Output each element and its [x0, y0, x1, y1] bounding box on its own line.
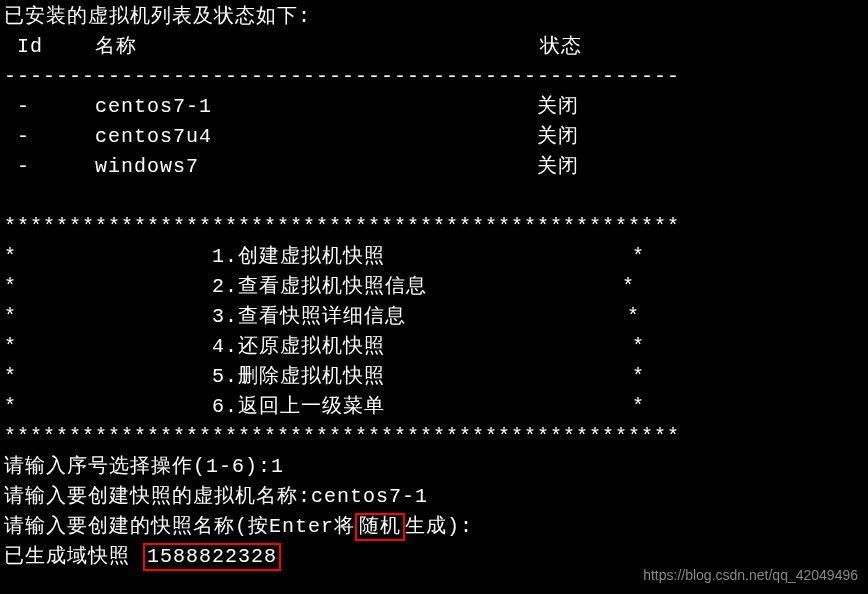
prompt-vm-name-value: centos7-1	[311, 485, 428, 508]
prompt-snap-pre: 请输入要创建的快照名称(按Enter将	[4, 515, 355, 538]
menu-item[interactable]: * 2.查看虚拟机快照信息 *	[4, 272, 864, 302]
result-pre: 已生成域快照	[4, 545, 143, 568]
table-row: - windows7 关闭	[4, 152, 864, 182]
prompt-select-label: 请输入序号选择操作(1-6):	[4, 455, 271, 478]
watermark: https://blog.csdn.net/qq_42049496	[643, 565, 858, 586]
table-row: - centos7-1 关闭	[4, 92, 864, 122]
prompt-snapshot-name[interactable]: 请输入要创建的快照名称(按Enter将随机生成):	[4, 512, 864, 542]
menu-border-bottom: ****************************************…	[4, 422, 864, 452]
menu-item[interactable]: * 5.删除虚拟机快照 *	[4, 362, 864, 392]
prompt-vm-name-label: 请输入要创建快照的虚拟机名称:	[4, 485, 311, 508]
prompt-vm-name[interactable]: 请输入要创建快照的虚拟机名称:centos7-1	[4, 482, 864, 512]
vm-list-title: 已安装的虚拟机列表及状态如下:	[4, 2, 864, 32]
table-header: Id 名称 状态	[4, 32, 864, 62]
highlight-random: 随机	[355, 513, 405, 541]
divider-dashes: ----------------------------------------…	[4, 62, 864, 92]
col-id: Id	[4, 35, 43, 58]
prompt-select[interactable]: 请输入序号选择操作(1-6):1	[4, 452, 864, 482]
menu-list: * 1.创建虚拟机快照 ** 2.查看虚拟机快照信息 ** 3.查看快照详细信息…	[4, 242, 864, 422]
menu-item[interactable]: * 6.返回上一级菜单 *	[4, 392, 864, 422]
prompt-select-value: 1	[271, 455, 284, 478]
menu-border-top: ****************************************…	[4, 212, 864, 242]
highlight-snapshot-id: 1588822328	[143, 543, 281, 571]
menu-item[interactable]: * 3.查看快照详细信息 *	[4, 302, 864, 332]
blank-line	[4, 182, 864, 212]
col-name: 名称	[95, 35, 137, 58]
prompt-snap-post: 生成):	[405, 515, 473, 538]
table-row: - centos7u4 关闭	[4, 122, 864, 152]
vm-list: - centos7-1 关闭 - centos7u4 关闭 - windows7…	[4, 92, 864, 182]
menu-item[interactable]: * 4.还原虚拟机快照 *	[4, 332, 864, 362]
col-state: 状态	[540, 35, 582, 58]
menu-item[interactable]: * 1.创建虚拟机快照 *	[4, 242, 864, 272]
